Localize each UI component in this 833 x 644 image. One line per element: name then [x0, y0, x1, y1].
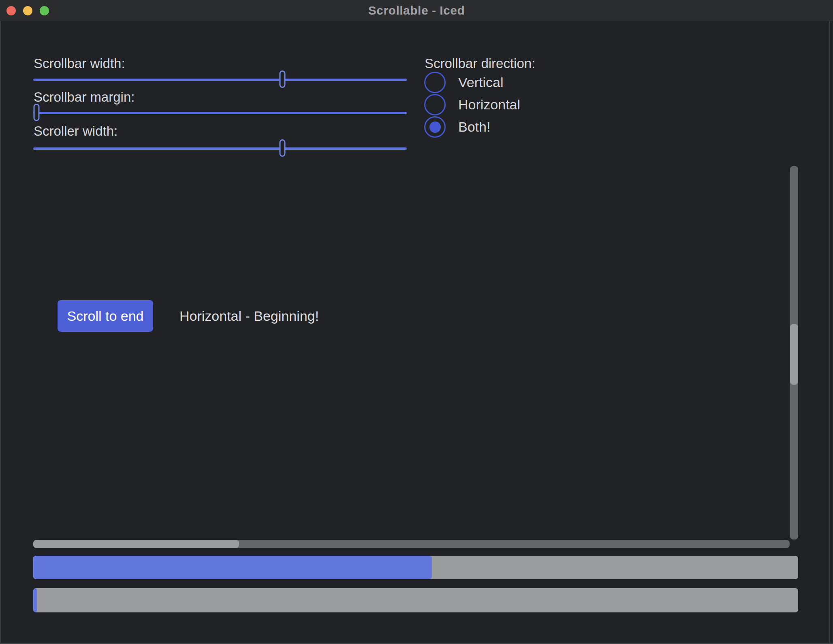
window-frame-right — [829, 21, 830, 644]
radio-circle-icon[interactable] — [424, 116, 446, 138]
vertical-scrollbar-thumb[interactable] — [790, 324, 798, 385]
radio-vertical-label: Vertical — [458, 75, 504, 90]
scrollbar-margin-label: Scrollbar margin: — [34, 90, 135, 105]
scroll-status-text: Horizontal - Beginning! — [179, 300, 319, 332]
scrollbar-direction-group: Vertical Horizontal Both! — [424, 72, 520, 138]
radio-vertical[interactable]: Vertical — [424, 72, 520, 93]
slider-handle[interactable] — [34, 104, 40, 121]
horizontal-scrollbar-thumb[interactable] — [33, 540, 239, 548]
titlebar: Scrollable - Iced — [0, 0, 833, 21]
scroller-width-label: Scroller width: — [34, 124, 117, 139]
close-button[interactable] — [6, 6, 16, 15]
app-window: Scrollable - Iced Scrollbar width: Scrol… — [0, 0, 833, 644]
slider-handle[interactable] — [279, 70, 285, 88]
progress-fill — [33, 556, 432, 579]
radio-dot-icon — [429, 122, 441, 133]
vertical-scrollbar-track[interactable] — [790, 166, 798, 540]
zoom-button[interactable] — [40, 6, 49, 15]
vertical-progress-bar — [33, 588, 798, 612]
horizontal-progress-bar — [33, 556, 798, 579]
horizontal-scrollbar-track[interactable] — [33, 540, 790, 548]
radio-horizontal[interactable]: Horizontal — [424, 94, 520, 115]
traffic-lights — [6, 0, 49, 21]
slider-handle[interactable] — [279, 139, 285, 157]
radio-circle-icon[interactable] — [424, 72, 446, 93]
window-frame-left — [0, 21, 1, 644]
window-title: Scrollable - Iced — [368, 4, 465, 17]
scrollbar-width-label: Scrollbar width: — [34, 56, 125, 71]
scrollbar-direction-heading: Scrollbar direction: — [425, 56, 535, 71]
radio-both[interactable]: Both! — [424, 116, 520, 138]
radio-horizontal-label: Horizontal — [458, 97, 520, 113]
minimize-button[interactable] — [23, 6, 32, 15]
scroller-width-slider[interactable] — [33, 147, 407, 150]
scroll-to-end-button[interactable]: Scroll to end — [58, 300, 153, 332]
radio-both-label: Both! — [458, 119, 490, 135]
progress-fill — [33, 588, 37, 612]
radio-circle-icon[interactable] — [424, 94, 446, 115]
scrollbar-margin-slider[interactable] — [33, 112, 407, 114]
scrollbar-width-slider[interactable] — [33, 79, 407, 81]
